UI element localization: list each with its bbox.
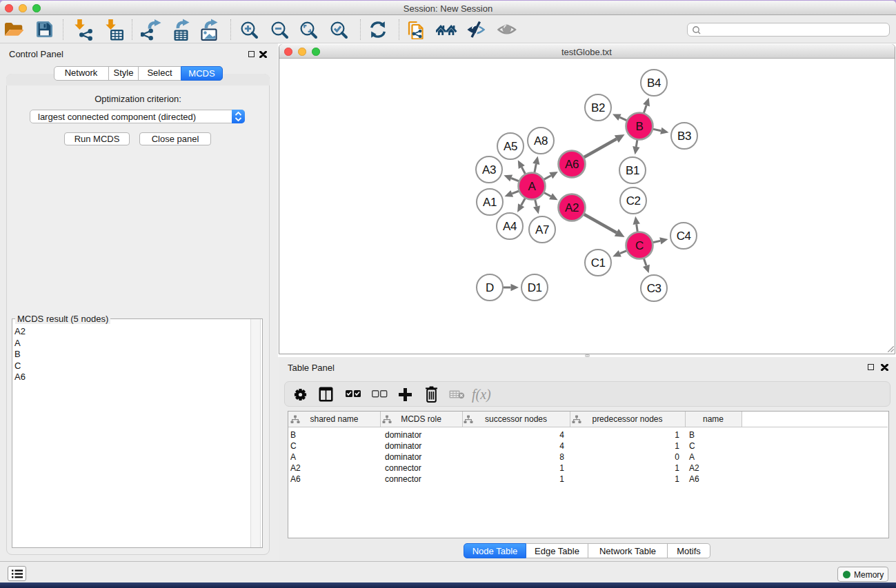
svg-text:A2: A2 bbox=[565, 201, 579, 214]
svg-text:D: D bbox=[486, 281, 494, 294]
svg-text:C: C bbox=[635, 239, 644, 252]
svg-text:C1: C1 bbox=[591, 256, 606, 270]
svg-text:A5: A5 bbox=[504, 140, 517, 153]
svg-text:A6: A6 bbox=[565, 158, 579, 171]
svg-text:B3: B3 bbox=[677, 130, 691, 143]
svg-text:A7: A7 bbox=[535, 223, 549, 236]
svg-text:B4: B4 bbox=[647, 77, 661, 90]
svg-text:C3: C3 bbox=[647, 282, 661, 295]
svg-text:A1: A1 bbox=[483, 196, 497, 209]
svg-text:A3: A3 bbox=[482, 163, 496, 176]
svg-text:A4: A4 bbox=[503, 220, 517, 233]
svg-text:A: A bbox=[528, 180, 537, 193]
svg-text:A8: A8 bbox=[534, 134, 548, 148]
svg-text:B: B bbox=[636, 120, 644, 133]
svg-text:D1: D1 bbox=[528, 281, 542, 294]
svg-text:C2: C2 bbox=[626, 194, 641, 207]
svg-text:B2: B2 bbox=[591, 101, 605, 114]
svg-text:B1: B1 bbox=[626, 164, 639, 177]
svg-text:C4: C4 bbox=[677, 230, 691, 243]
